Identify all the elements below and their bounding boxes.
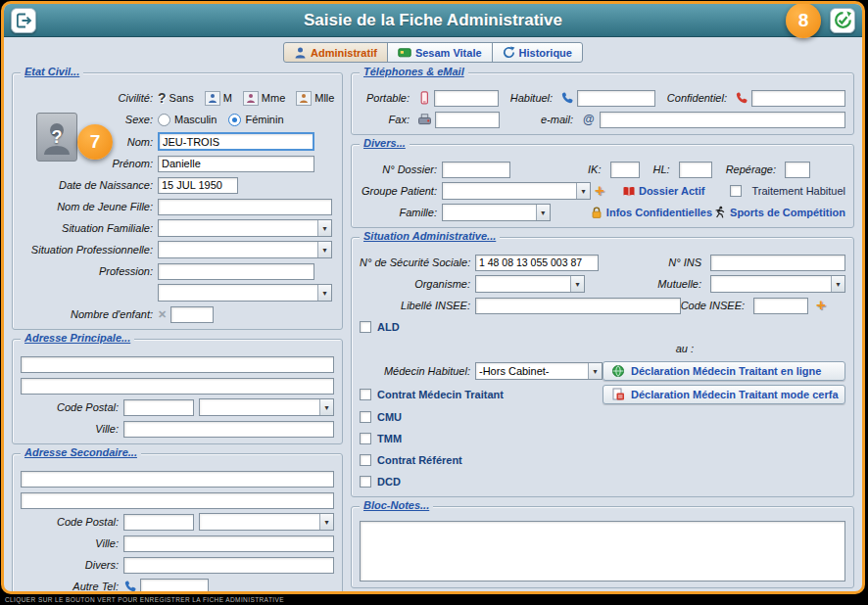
checkbox-tmm[interactable] xyxy=(360,433,371,444)
cerfa-document-icon xyxy=(611,388,625,401)
dossier-actif-item[interactable]: Dossier Actif xyxy=(622,185,704,198)
radio-masculin[interactable] xyxy=(158,114,170,126)
declaration-cerfa-button[interactable]: Déclaration Médecin Traitant mode cerfa xyxy=(603,385,845,404)
situation-administrative-group: Situation Administrative... N° de Sécuri… xyxy=(351,237,854,497)
adresse1-ligne2-input[interactable] xyxy=(21,378,334,395)
date-naissance-input[interactable] xyxy=(158,177,238,194)
ald-label: ALD xyxy=(377,321,400,333)
mutuelle-select[interactable]: ▾ xyxy=(710,275,845,293)
declaration-en-ligne-label: Déclaration Médecin Traitant en ligne xyxy=(631,365,821,377)
medecin-habituel-select[interactable]: -Hors Cabinet- ▾ xyxy=(475,362,603,380)
confidentiel-field: Confidentiel: xyxy=(667,90,845,107)
habituel-input[interactable] xyxy=(577,90,655,107)
code-postal-ville-select[interactable]: ▾ xyxy=(199,398,334,416)
fax-input[interactable] xyxy=(435,112,500,128)
nombre-enfant-input[interactable] xyxy=(170,306,214,323)
nom-input[interactable] xyxy=(158,132,314,151)
nss-input[interactable] xyxy=(475,255,599,271)
insee-row: Libellé INSEE: Code INSEE: + xyxy=(360,297,845,314)
confidentiel-label: Confidentiel: xyxy=(667,92,732,104)
profession-input[interactable] xyxy=(158,263,314,280)
civilite-option-label: Sans xyxy=(169,92,194,104)
open-book-icon xyxy=(622,185,636,198)
civilite-option-mme[interactable]: Mme xyxy=(243,91,285,106)
adresse2-ville-row: Ville: xyxy=(21,535,334,552)
infos-confidentielles-item[interactable]: Infos Confidentielles xyxy=(590,206,712,219)
nom-jeune-fille-input[interactable] xyxy=(158,199,332,215)
tab-historique[interactable]: Historique xyxy=(492,42,583,63)
portable-input[interactable] xyxy=(434,90,499,107)
tab-sesam-vitale[interactable]: Sesam Vitale xyxy=(387,42,493,63)
adresse2-ligne2-input[interactable] xyxy=(21,492,334,509)
groupe-patient-select[interactable]: ▾ xyxy=(442,182,591,200)
contrat-referent-label: Contrat Référent xyxy=(377,454,462,466)
civilite-option-mlle[interactable]: Mlle xyxy=(296,91,334,106)
status-text: CLIQUER SUR LE BOUTON VERT POUR ENREGIST… xyxy=(5,596,284,603)
tmm-label: TMM xyxy=(377,433,402,444)
ik-input[interactable] xyxy=(610,162,640,178)
declaration-en-ligne-button[interactable]: Déclaration Médecin Traitant en ligne xyxy=(603,361,845,381)
autre-tel-input[interactable] xyxy=(140,579,209,595)
globe-icon xyxy=(611,364,625,378)
libelle-insee-label: Libellé INSEE: xyxy=(360,300,475,311)
patient-photo-placeholder[interactable]: ? xyxy=(36,113,77,162)
add-icon[interactable]: + xyxy=(595,184,604,198)
validate-button[interactable] xyxy=(830,8,855,33)
checkbox-cmu[interactable] xyxy=(360,411,371,423)
habituel-label: Habituel: xyxy=(510,92,557,104)
add-icon[interactable]: + xyxy=(816,299,826,312)
ville-label: Ville: xyxy=(21,423,123,435)
libelle-insee-input[interactable] xyxy=(475,298,681,314)
n-dossier-input[interactable] xyxy=(442,162,510,178)
reperage-input[interactable] xyxy=(785,162,810,178)
clear-icon[interactable]: ✕ xyxy=(158,308,167,321)
page-title: Saisie de la Fiche Administrative xyxy=(4,11,862,30)
bloc-notes-textarea[interactable] xyxy=(360,521,845,582)
checkbox-ald[interactable] xyxy=(360,321,371,333)
radio-feminin[interactable] xyxy=(228,114,241,126)
history-arrow-icon xyxy=(503,46,515,59)
checkbox-contrat-medecin-traitant[interactable] xyxy=(360,389,371,400)
email-input[interactable] xyxy=(600,112,845,128)
famille-select[interactable]: ▾ xyxy=(442,204,551,221)
ville-input[interactable] xyxy=(123,421,334,438)
code-insee-input[interactable] xyxy=(753,298,808,314)
hl-input[interactable] xyxy=(679,162,712,178)
adresse1-ligne1-input[interactable] xyxy=(21,356,334,373)
checkbox-traitement-habituel[interactable] xyxy=(730,185,742,197)
exit-button[interactable] xyxy=(11,8,36,33)
code-postal-input[interactable] xyxy=(123,399,194,416)
code-postal-ville-select[interactable]: ▾ xyxy=(199,513,334,531)
confidentiel-input[interactable] xyxy=(751,90,845,107)
civilite-option-m[interactable]: M xyxy=(205,91,232,106)
code-postal-input[interactable] xyxy=(123,514,194,531)
dcd-label: DCD xyxy=(377,476,401,488)
adresse2-ligne2-row xyxy=(21,491,334,509)
divers-row2: Groupe Patient: ▾ + Dossier Actif xyxy=(360,182,845,200)
civilite-option-sans[interactable]: ? Sans xyxy=(158,90,194,106)
chevron-down-icon: ▾ xyxy=(317,242,331,257)
tab-administratif[interactable]: Administratif xyxy=(283,42,388,63)
validate-check-icon xyxy=(834,11,852,29)
profession-select[interactable]: ▾ xyxy=(158,284,332,302)
adresse2-ligne1-input[interactable] xyxy=(21,471,334,488)
dossier-actif-label: Dossier Actif xyxy=(639,185,704,197)
habituel-field: Habituel: xyxy=(510,90,655,107)
situation-familiale-select[interactable]: ▾ xyxy=(158,219,332,237)
ville-input[interactable] xyxy=(123,535,334,552)
code-insee-field: Code INSEE: + xyxy=(681,298,826,314)
nins-input[interactable] xyxy=(710,255,845,271)
checkbox-dcd[interactable] xyxy=(360,476,371,488)
mutuelle-label: Mutuelle: xyxy=(657,278,706,290)
divers-input[interactable] xyxy=(123,557,334,574)
adresse1-ville-row: Ville: xyxy=(21,420,334,438)
sports-competition-item[interactable]: Sports de Compétition xyxy=(712,206,845,219)
adresse-principale-legend: Adresse Principale... xyxy=(21,332,134,344)
telephones-group: Téléphones & eMail Portable: Habituel: xyxy=(351,72,854,135)
prenom-input[interactable] xyxy=(158,156,314,172)
organisme-select[interactable]: ▾ xyxy=(475,275,585,293)
organisme-row: Organisme: ▾ Mutuelle: ▾ xyxy=(360,275,845,293)
checkbox-contrat-referent[interactable] xyxy=(360,454,371,466)
situation-professionnelle-select[interactable]: ▾ xyxy=(158,241,332,258)
exit-icon xyxy=(15,12,32,29)
